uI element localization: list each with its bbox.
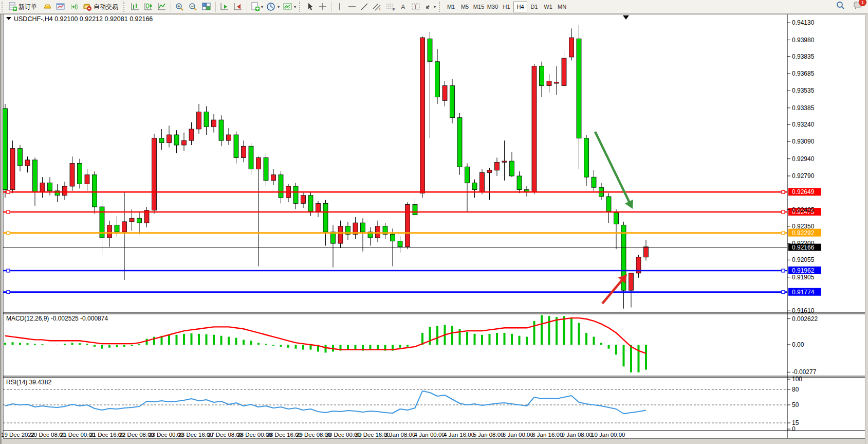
- candle-body: [517, 176, 522, 190]
- text-label-tool-button[interactable]: T: [410, 1, 422, 13]
- timeframe-h1-button[interactable]: H1: [500, 2, 513, 12]
- signals-button[interactable]: [67, 1, 81, 13]
- candle-body: [391, 234, 395, 241]
- notification-badge[interactable]: 1: [859, 0, 866, 6]
- timeframe-w1-button[interactable]: W1: [541, 2, 555, 12]
- chart-template-button[interactable]: ▾: [281, 1, 298, 13]
- svg-text:E: E: [379, 7, 382, 11]
- candle-body: [442, 85, 447, 100]
- svg-text:80: 80: [792, 386, 799, 393]
- crosshair-tool-button[interactable]: [317, 1, 329, 13]
- candlestick-chart-icon: [143, 2, 154, 11]
- chevron-down-icon[interactable]: ▾: [278, 5, 280, 9]
- zoom-in-button[interactable]: [173, 1, 187, 13]
- crosshair-icon: [318, 2, 327, 11]
- text-tool-button[interactable]: A: [397, 1, 410, 13]
- timeframe-bar: M1M5M15M30H1H4D1W1MN: [444, 2, 569, 12]
- candle-body: [614, 212, 619, 224]
- zoom-out-button[interactable]: [187, 1, 200, 13]
- candle-body: [413, 205, 417, 215]
- profiles-button[interactable]: ▾: [265, 1, 281, 13]
- timeframe-m5-button[interactable]: M5: [458, 2, 472, 12]
- timeframe-m1-button[interactable]: M1: [444, 2, 458, 12]
- notifications-icon[interactable]: 1: [853, 1, 863, 12]
- search-icon[interactable]: [835, 1, 845, 13]
- auto-trading-button[interactable]: 自动交易: [81, 1, 122, 13]
- chart-shift-button[interactable]: [231, 1, 245, 13]
- signal-waves-icon: [69, 2, 79, 11]
- candle-body: [577, 39, 581, 138]
- timeframe-mn-button[interactable]: MN: [555, 2, 569, 12]
- candle-body: [242, 146, 246, 157]
- line-chart-mode-button[interactable]: [155, 1, 169, 13]
- candle-body: [472, 183, 477, 189]
- text-label-icon: T: [411, 2, 420, 11]
- candle-body: [63, 186, 67, 196]
- line-handle: [7, 269, 10, 272]
- window-right-edge: [865, 14, 868, 444]
- timeframe-d1-button[interactable]: D1: [527, 2, 541, 12]
- timeframe-m15-button[interactable]: M15: [472, 2, 486, 12]
- horizontal-line-tool-button[interactable]: [346, 1, 358, 13]
- svg-text:0.92790: 0.92790: [792, 172, 815, 180]
- candle-body: [115, 225, 119, 232]
- bar-chart-mode-button[interactable]: [128, 1, 142, 13]
- candle-body: [338, 226, 343, 243]
- timeframe-h4-button[interactable]: H4: [513, 2, 527, 12]
- candle-body: [428, 39, 432, 61]
- cursor-icon: [306, 2, 315, 11]
- timeframe-m30-button[interactable]: M30: [486, 2, 500, 12]
- market-watch-button[interactable]: [41, 1, 54, 13]
- trendline-tool-button[interactable]: [358, 1, 371, 13]
- candle-body: [569, 38, 574, 57]
- chart-area[interactable]: 0.926490.924750.922920.919620.917740.921…: [0, 14, 868, 444]
- chevron-down-icon[interactable]: ▾: [434, 5, 436, 9]
- candle-body: [606, 197, 611, 211]
- arrows-tool-button[interactable]: ▾: [422, 1, 437, 13]
- candle-body: [331, 232, 336, 243]
- toolbar-grip: [123, 2, 127, 12]
- new-order-button[interactable]: 新订单: [7, 1, 41, 13]
- candle-body: [256, 157, 261, 169]
- auto-scroll-button[interactable]: [218, 1, 231, 13]
- candle-body: [293, 186, 298, 203]
- candle-body: [18, 149, 23, 166]
- candle-body: [137, 218, 142, 223]
- chart-canvas[interactable]: 0.926490.924750.922920.919620.917740.921…: [0, 14, 868, 444]
- chart-window-button[interactable]: [54, 1, 67, 13]
- candle-body: [376, 226, 380, 238]
- svg-text:0.92350: 0.92350: [792, 223, 815, 230]
- new-chart-button[interactable]: ▾: [249, 1, 265, 13]
- candlestick-mode-button[interactable]: [142, 1, 155, 13]
- fibonacci-tool-button[interactable]: F: [384, 1, 397, 13]
- line-handle: [7, 291, 10, 294]
- line-handle: [782, 269, 785, 272]
- candle-body: [510, 161, 514, 176]
- candle-body: [532, 66, 537, 192]
- tile-windows-button[interactable]: [200, 1, 213, 13]
- toolbar: 新订单 自动交易: [0, 0, 868, 14]
- svg-text:-0.00277: -0.00277: [792, 368, 817, 376]
- svg-text:0.002622: 0.002622: [792, 315, 818, 323]
- cursor-tool-button[interactable]: [304, 1, 317, 13]
- candle-body: [480, 172, 485, 192]
- chevron-down-icon[interactable]: ▾: [294, 5, 296, 9]
- candle-body: [189, 129, 194, 140]
- line-handle: [782, 190, 785, 193]
- auto-trading-label: 自动交易: [94, 3, 118, 11]
- candle-body: [40, 183, 45, 192]
- candle-body: [450, 85, 455, 117]
- chart-title: USDCHF-,H4 0.92100 0.92212 0.92081 0.921…: [14, 15, 153, 23]
- vertical-line-tool-button[interactable]: [334, 1, 346, 13]
- zoom-in-icon: [175, 2, 185, 11]
- candle-body: [130, 218, 134, 222]
- svg-text:0.00: 0.00: [792, 341, 804, 348]
- trendline-icon: [360, 2, 369, 11]
- channel-tool-button[interactable]: E: [371, 1, 384, 13]
- line-handle: [782, 291, 785, 294]
- candle-body: [301, 196, 306, 204]
- toolbar-grip: [439, 2, 442, 12]
- chevron-down-icon[interactable]: ▾: [261, 5, 263, 9]
- candle-body: [308, 196, 313, 211]
- date-label: 6 Jan 16:00: [532, 432, 563, 438]
